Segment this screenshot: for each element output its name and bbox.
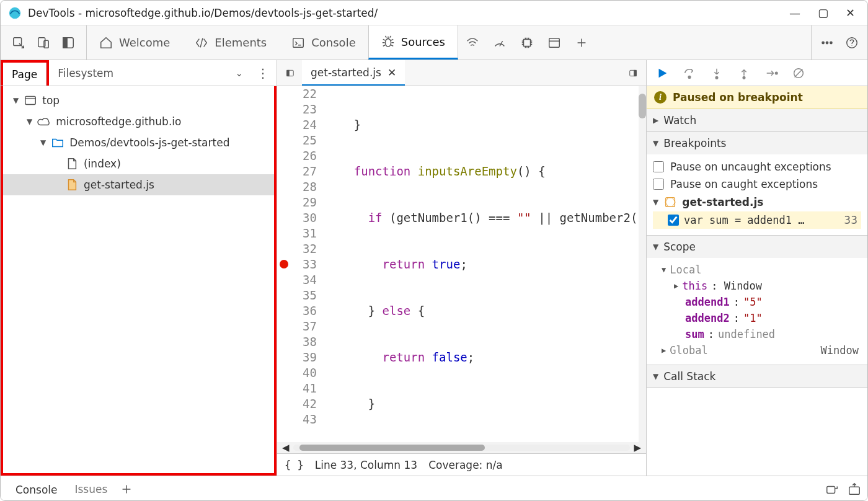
pretty-print-icon[interactable]: { }: [285, 459, 304, 471]
line-number[interactable]: 27: [277, 164, 317, 179]
line-number[interactable]: 35: [277, 288, 317, 303]
toggle-debugger-icon[interactable]: [626, 66, 640, 80]
pause-uncaught-checkbox[interactable]: [653, 161, 664, 172]
tree-index-label: (index): [84, 157, 121, 170]
line-number[interactable]: 38: [277, 334, 317, 350]
deactivate-breakpoints-icon[interactable]: [792, 66, 805, 80]
scope-sum[interactable]: sum: undefined: [653, 326, 861, 342]
section-breakpoints-header[interactable]: ▼Breakpoints: [647, 132, 867, 154]
close-tab-icon[interactable]: ✕: [388, 66, 396, 79]
line-number[interactable]: 25: [277, 133, 317, 148]
application-icon[interactable]: [547, 36, 561, 50]
code-line: function inputsAreEmpty() {: [326, 164, 646, 179]
nav-kebab-icon[interactable]: ⋮: [249, 66, 277, 81]
device-emulation-icon[interactable]: [37, 36, 50, 50]
line-number[interactable]: 26: [277, 148, 317, 164]
breakpoint-item[interactable]: var sum = addend1 … 33: [653, 211, 861, 229]
line-number[interactable]: 34: [277, 272, 317, 288]
close-icon[interactable]: ✕: [846, 6, 855, 19]
code-content[interactable]: } function inputsAreEmpty() { if (getNum…: [326, 86, 646, 442]
pause-uncaught-row[interactable]: Pause on uncaught exceptions: [653, 158, 861, 175]
line-gutter[interactable]: 22 23 24 25 26 27 28 29 30 31 32 33 34 3…: [277, 86, 326, 442]
scope-addend1[interactable]: addend1: "5": [653, 294, 861, 310]
line-number[interactable]: 39: [277, 350, 317, 365]
editor-pane: get-started.js ✕ 22 23 24 25 26 27 28 29…: [277, 60, 647, 476]
resume-icon[interactable]: [655, 66, 669, 80]
line-number[interactable]: 42: [277, 396, 317, 412]
add-tab-icon[interactable]: [575, 36, 588, 50]
tree-domain[interactable]: ▼ microsoftedge.github.io: [3, 111, 274, 132]
nav-tab-page[interactable]: Page: [3, 63, 46, 86]
tree-file-js[interactable]: get-started.js: [3, 174, 274, 195]
scope-addend2[interactable]: addend2: "1": [653, 310, 861, 326]
minimize-icon[interactable]: —: [789, 6, 800, 19]
scroll-right-icon[interactable]: ▶: [634, 442, 641, 453]
tab-elements[interactable]: Elements: [182, 25, 279, 60]
more-icon[interactable]: [820, 36, 834, 50]
section-callstack-header[interactable]: ▼Call Stack: [647, 365, 867, 388]
tree-file-index[interactable]: (index): [3, 153, 274, 174]
line-number[interactable]: 36: [277, 303, 317, 319]
drawer-send-feedback-icon[interactable]: [825, 482, 839, 496]
memory-icon[interactable]: [520, 36, 534, 50]
pause-caught-row[interactable]: Pause on caught exceptions: [653, 175, 861, 193]
code-editor[interactable]: 22 23 24 25 26 27 28 29 30 31 32 33 34 3…: [277, 86, 646, 442]
editor-tab-get-started[interactable]: get-started.js ✕: [302, 60, 405, 86]
tab-console[interactable]: Console: [279, 25, 368, 60]
breakpoint-checkbox[interactable]: [668, 215, 679, 226]
inspect-element-icon[interactable]: [12, 36, 25, 50]
scope-this[interactable]: ▶this: Window: [653, 278, 861, 294]
breakpoint-code: var sum = addend1 …: [684, 214, 804, 226]
line-number[interactable]: 24: [277, 117, 317, 133]
tab-sources[interactable]: Sources: [368, 25, 458, 60]
tree-top[interactable]: ▼ top: [3, 90, 274, 111]
performance-icon[interactable]: [493, 36, 507, 50]
js-file-icon: [663, 195, 677, 209]
scroll-left-icon[interactable]: ◀: [282, 442, 290, 453]
scope-global-header[interactable]: ▶GlobalWindow: [653, 342, 861, 358]
scope-sum-key: sum: [685, 328, 704, 340]
line-number[interactable]: 31: [277, 226, 317, 241]
svg-point-11: [826, 42, 828, 43]
line-number[interactable]: 32: [277, 241, 317, 257]
nav-more-tabs-icon[interactable]: ⌄: [229, 68, 249, 79]
breakpoint-file-row[interactable]: ▼ get-started.js: [653, 193, 861, 211]
tab-welcome[interactable]: Welcome: [87, 25, 182, 60]
drawer-expand-icon[interactable]: [848, 482, 861, 496]
line-number[interactable]: 29: [277, 195, 317, 210]
line-number[interactable]: 37: [277, 319, 317, 334]
code-line: if (getNumber1() === "" || getNumber2(): [326, 210, 646, 226]
horizontal-scrollbar[interactable]: ◀ ▶: [277, 442, 646, 453]
section-watch-header[interactable]: ▶Watch: [647, 109, 867, 131]
vertical-scrollbar[interactable]: [639, 86, 646, 442]
line-number[interactable]: 23: [277, 102, 317, 117]
line-number-33: 33: [303, 257, 317, 271]
drawer-add-tab-icon[interactable]: [120, 482, 133, 496]
line-number[interactable]: 33: [277, 257, 317, 272]
tree-folder[interactable]: ▼ Demos/devtools-js-get-started: [3, 132, 274, 153]
line-number[interactable]: 40: [277, 365, 317, 381]
help-icon[interactable]: [845, 36, 859, 50]
step-into-icon[interactable]: [710, 66, 724, 80]
dock-side-icon[interactable]: [61, 36, 75, 50]
step-out-icon[interactable]: [737, 66, 751, 80]
drawer-tab-console[interactable]: Console: [7, 476, 66, 501]
line-number[interactable]: 28: [277, 179, 317, 195]
drawer-tab-issues[interactable]: Issues: [66, 476, 117, 501]
section-scope-header[interactable]: ▼Scope: [647, 236, 867, 258]
line-number[interactable]: 30: [277, 210, 317, 226]
scope-local-header[interactable]: ▼Local: [653, 262, 861, 278]
line-number[interactable]: 22: [277, 86, 317, 102]
step-over-icon[interactable]: [683, 66, 696, 80]
toggle-navigator-icon[interactable]: [283, 66, 297, 80]
network-conditions-icon[interactable]: [466, 36, 479, 50]
svg-rect-18: [634, 70, 637, 76]
maximize-icon[interactable]: ▢: [818, 6, 828, 19]
step-icon[interactable]: [764, 66, 778, 80]
breakpoint-marker-icon[interactable]: [280, 260, 288, 268]
pause-caught-checkbox[interactable]: [653, 179, 664, 190]
line-number[interactable]: 41: [277, 381, 317, 396]
svg-rect-14: [25, 97, 36, 105]
nav-tab-filesystem[interactable]: Filesystem: [49, 60, 122, 86]
line-number[interactable]: 43: [277, 412, 317, 427]
